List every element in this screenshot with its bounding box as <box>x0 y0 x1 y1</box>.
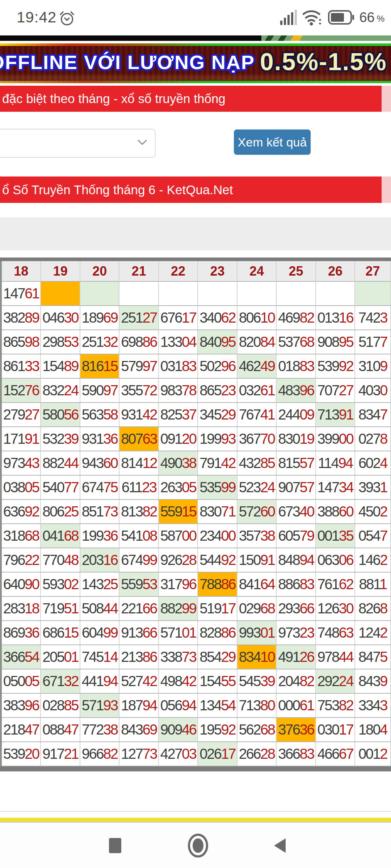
result-cell: 12630 <box>316 597 355 621</box>
result-cell: 86936 <box>2 621 41 645</box>
result-cell: 21847 <box>2 718 41 742</box>
column-header: 19 <box>41 261 80 282</box>
result-cell: 74863 <box>316 621 355 645</box>
table-row: 9734388244943608141249038791424328581557… <box>2 451 391 476</box>
table-row: 1719153239931368076309120199933677083019… <box>2 427 391 451</box>
result-cell: 29366 <box>277 597 316 621</box>
result-cell: 17191 <box>2 427 41 451</box>
result-cell: 1242 <box>355 621 391 645</box>
result-cell: 83224 <box>41 379 80 403</box>
result-cell: 85429 <box>198 645 237 669</box>
status-bar: 19:42 <box>0 0 391 35</box>
result-cell: 03017 <box>316 718 355 742</box>
result-cell: 67340 <box>277 500 316 524</box>
banner-top-border <box>0 43 391 46</box>
battery-icon <box>328 10 354 25</box>
result-cell: 3931 <box>355 476 391 500</box>
back-button[interactable] <box>258 823 302 868</box>
result-cell: 29853 <box>41 330 80 354</box>
result-cell: 5177 <box>355 330 391 354</box>
result-cell: 75382 <box>316 694 355 718</box>
result-cell: 23400 <box>198 524 237 548</box>
result-cell: 71380 <box>237 694 277 718</box>
result-cell: 31868 <box>2 524 41 548</box>
result-cell: 83071 <box>198 500 237 524</box>
result-cell: 56268 <box>237 718 277 742</box>
view-results-button[interactable]: Xem kết quả <box>234 129 311 155</box>
column-header: 18 <box>2 261 41 282</box>
result-cell: 18794 <box>119 694 159 718</box>
result-cell: 68615 <box>41 621 80 645</box>
result-cell: 03261 <box>237 379 277 403</box>
result-cell: 53599 <box>198 476 237 500</box>
result-cell: 34062 <box>198 306 237 330</box>
result-cell: 77048 <box>41 548 80 573</box>
result-cell: 80610 <box>237 306 277 330</box>
result-cell: 00061 <box>277 694 316 718</box>
recents-button[interactable] <box>93 823 137 868</box>
result-cell: 02968 <box>237 597 277 621</box>
divider <box>0 811 391 812</box>
result-cell: 4030 <box>355 379 391 403</box>
ad-banner[interactable]: OFFLINE VỚI LƯƠNG NẠP 0.5%-1.5% <box>0 46 391 81</box>
result-cell: 20482 <box>277 669 316 694</box>
table-bottom-border <box>0 766 391 771</box>
result-cell: 46249 <box>237 354 277 379</box>
result-cell: 54492 <box>198 548 237 573</box>
result-cell: 1804 <box>355 718 391 742</box>
result-cell: 18969 <box>80 306 119 330</box>
results-table-wrap[interactable]: 1819202122232425262714761382890463018969… <box>0 258 391 771</box>
result-cell: 53920 <box>2 742 41 766</box>
result-cell: 39900 <box>316 427 355 451</box>
result-cell: 38289 <box>2 306 41 330</box>
result-cell <box>277 282 316 306</box>
result-cell: 71391 <box>316 403 355 427</box>
result-cell <box>237 282 277 306</box>
empty-gray-band <box>0 217 391 250</box>
result-cell: 84894 <box>277 548 316 573</box>
result-cell: 96682 <box>80 742 119 766</box>
table-row: 3665420501745142138633873854298341049126… <box>2 645 391 669</box>
result-cell: 6024 <box>355 451 391 476</box>
result-cell: 53768 <box>277 330 316 354</box>
result-cell: 04168 <box>41 524 80 548</box>
table-row: 2792758056563589314282537345297674124409… <box>2 403 391 427</box>
result-cell: 11494 <box>316 451 355 476</box>
result-cell: 46982 <box>277 306 316 330</box>
table-header-row: 18192021222324252627 <box>2 261 391 282</box>
result-cell: 57101 <box>159 621 198 645</box>
yellow-divider <box>0 818 391 822</box>
result-cell: 80625 <box>41 500 80 524</box>
result-cell: 88244 <box>41 451 80 476</box>
home-button[interactable] <box>176 823 220 868</box>
column-header: 21 <box>119 261 159 282</box>
result-cell: 86133 <box>2 354 41 379</box>
result-cell: 80763 <box>119 427 159 451</box>
result-cell: 88299 <box>159 597 198 621</box>
result-cell: 01316 <box>316 306 355 330</box>
result-cell: 14761 <box>2 282 41 306</box>
result-cell: 56358 <box>80 403 119 427</box>
result-cell: 21386 <box>119 645 159 669</box>
result-cell: 93142 <box>119 403 159 427</box>
result-cell: 59097 <box>80 379 119 403</box>
result-cell: 46667 <box>316 742 355 766</box>
result-cell: 36683 <box>277 742 316 766</box>
bar-edge <box>382 176 391 203</box>
month-select[interactable] <box>0 129 156 158</box>
result-cell <box>159 282 198 306</box>
table-row: 1527683224590973557298378865230326148396… <box>2 379 391 403</box>
table-row: 6369280625851738138255915830715726067340… <box>2 500 391 524</box>
result-cell: 54077 <box>41 476 80 500</box>
result-cell: 79142 <box>198 451 237 476</box>
result-cell: 1462 <box>355 548 391 573</box>
result-cell: 14734 <box>316 476 355 500</box>
result-cell: 50296 <box>198 354 237 379</box>
result-cell: 29224 <box>316 669 355 694</box>
result-cell: 0278 <box>355 427 391 451</box>
column-header: 27 <box>355 261 391 282</box>
result-cell: 3343 <box>355 694 391 718</box>
result-cell: 36770 <box>237 427 277 451</box>
result-cell: 64090 <box>2 573 41 597</box>
result-cell: 55953 <box>119 573 159 597</box>
